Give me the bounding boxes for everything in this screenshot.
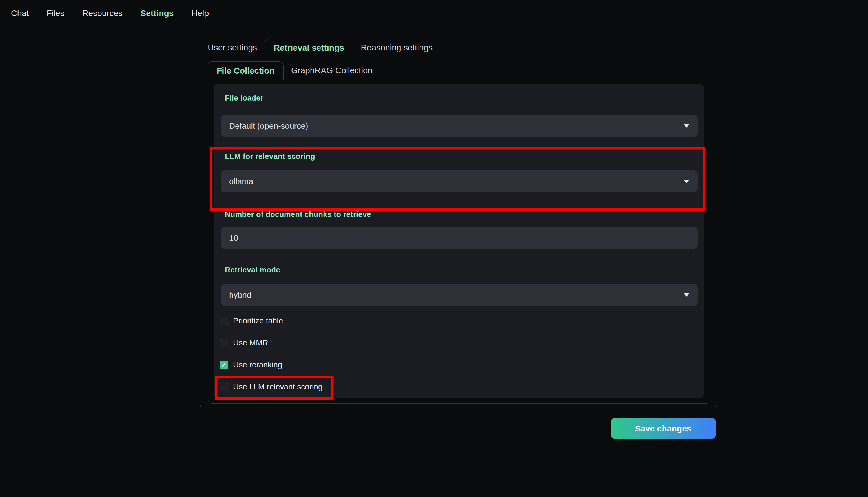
chevron-down-icon	[684, 180, 689, 183]
chevron-down-icon	[684, 293, 689, 297]
file-loader-value: Default (open-source)	[229, 122, 684, 131]
llm-scoring-dropdown[interactable]: ollama	[220, 170, 698, 193]
checkbox-label: Prioritize table	[233, 316, 283, 325]
file-loader-dropdown[interactable]: Default (open-source)	[220, 115, 698, 137]
settings-tab-bar: User settings Retrieval settings Reasoni…	[200, 39, 717, 57]
settings-page: Chat Files Resources Settings Help User …	[0, 0, 868, 497]
nav-item-resources[interactable]: Resources	[82, 9, 123, 18]
checkbox-use-mmr[interactable]: Use MMR	[219, 338, 268, 347]
check-icon[interactable]: ✓	[219, 361, 228, 369]
nav-item-help[interactable]: Help	[191, 9, 209, 18]
save-changes-button[interactable]: Save changes	[611, 418, 716, 439]
checkbox-label: Use MMR	[233, 338, 268, 347]
checkbox-use-reranking[interactable]: ✓ Use reranking	[219, 360, 282, 369]
collection-tab-group: File Collection GraphRAG Collection File…	[208, 61, 710, 404]
retrieval-mode-value: hybrid	[229, 290, 684, 300]
nav-item-files[interactable]: Files	[46, 9, 64, 18]
llm-scoring-value: ollama	[229, 177, 684, 186]
file-loader-label: File loader	[225, 94, 264, 102]
retrieval-mode-dropdown[interactable]: hybrid	[220, 284, 698, 306]
tab-user-settings[interactable]: User settings	[200, 39, 265, 57]
num-chunks-label: Number of document chunks to retrieve	[225, 210, 371, 219]
checkbox-box[interactable]	[219, 383, 228, 391]
num-chunks-input[interactable]: 10	[220, 227, 698, 249]
retrieval-mode-label: Retrieval mode	[225, 266, 280, 274]
settings-tab-group: User settings Retrieval settings Reasoni…	[200, 39, 717, 409]
checkbox-label: Use reranking	[233, 360, 282, 369]
retrieval-settings-panel: File Collection GraphRAG Collection File…	[200, 57, 717, 409]
tab-reasoning-settings[interactable]: Reasoning settings	[353, 39, 440, 57]
tab-graphrag-collection[interactable]: GraphRAG Collection	[284, 61, 380, 80]
top-navigation: Chat Files Resources Settings Help	[11, 9, 209, 18]
file-collection-card: File loader Default (open-source) LLM fo…	[214, 84, 704, 398]
tab-retrieval-settings[interactable]: Retrieval settings	[265, 39, 353, 57]
checkbox-label: Use LLM relevant scoring	[233, 382, 323, 391]
tab-file-collection[interactable]: File Collection	[208, 61, 284, 80]
llm-scoring-label: LLM for relevant scoring	[225, 152, 315, 161]
chevron-down-icon	[684, 124, 689, 128]
nav-item-chat[interactable]: Chat	[11, 9, 29, 18]
checkbox-box[interactable]	[219, 317, 228, 325]
file-collection-panel: File loader Default (open-source) LLM fo…	[208, 80, 710, 404]
checkbox-box[interactable]	[219, 339, 228, 347]
checkbox-prioritize-table[interactable]: Prioritize table	[219, 316, 283, 325]
num-chunks-value: 10	[229, 233, 689, 243]
checkbox-use-llm-relevant-scoring[interactable]: Use LLM relevant scoring	[219, 382, 323, 391]
collection-tab-bar: File Collection GraphRAG Collection	[208, 61, 710, 80]
nav-item-settings[interactable]: Settings	[140, 9, 174, 18]
